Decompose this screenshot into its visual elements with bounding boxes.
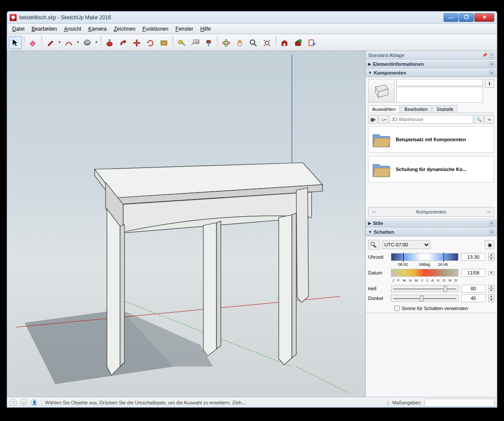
tool-select[interactable] [9,36,22,49]
status-hint: Wählen Sie Objekte aus. Drücken Sie die … [41,400,384,405]
time-up[interactable]: ▲ [488,253,494,257]
tab-stats[interactable]: Statistik [433,105,458,113]
panel-shadows[interactable]: ▼Schatten × [366,228,497,236]
home-button[interactable]: ⌂▾ [379,115,388,124]
tool-eraser[interactable] [26,36,39,49]
tab-edit[interactable]: Bearbeiten [401,105,432,113]
tool-offset[interactable] [157,36,170,49]
component-item[interactable]: Beispielsatz mit Komponenten [368,126,494,153]
status-geo-icon[interactable]: ⊙ [20,399,27,406]
date-dropdown[interactable]: ▼ [488,271,494,275]
date-input[interactable] [461,269,486,277]
menu-window[interactable]: Fenster [172,25,197,33]
panel-entity-info[interactable]: ▶Elementinformationen × [366,60,497,68]
status-help-icon[interactable]: ? [10,399,17,406]
menu-help[interactable]: Hilfe [197,25,214,33]
warehouse-search-input[interactable] [389,115,473,124]
tool-rotate[interactable] [144,36,157,49]
shadows-body: UTC-07:00 ▣ Uhrzeit 06:42 Mittag 16:46 [366,236,497,313]
menu-edit[interactable]: Bearbeiten [28,25,60,33]
view-mode-button[interactable]: ▦▾ [368,115,378,124]
dark-up[interactable]: ▲ [488,294,494,298]
status-user-icon[interactable]: 👤 [31,399,38,406]
app-icon [10,14,17,21]
minimize-button[interactable]: — [444,13,458,22]
light-slider[interactable] [391,285,458,292]
time-down[interactable]: ▼ [488,257,494,261]
tool-paint[interactable] [202,36,215,49]
shadow-toggle-button[interactable] [368,240,380,250]
component-desc-input[interactable] [396,87,483,103]
measure-input[interactable] [424,399,494,407]
component-info-button[interactable]: ℹ [485,79,494,88]
tool-zoom[interactable] [247,36,260,49]
viewport-3d[interactable] [7,51,366,397]
tool-orbit[interactable] [220,36,233,49]
panel-styles[interactable]: ▶Stile × [366,219,497,228]
tool-zoom-extents[interactable] [260,36,273,49]
component-name-input[interactable] [396,79,483,86]
nav-forward[interactable]: ⇨ [483,209,494,215]
light-down[interactable]: ▼ [488,289,494,293]
panel-styles-close[interactable]: × [489,221,494,226]
menu-file[interactable]: Datei [9,25,28,33]
tool-followme[interactable] [117,36,130,49]
sun-shadows-checkbox[interactable] [394,306,400,311]
time-slider[interactable]: 06:42 Mittag 16:46 [391,253,458,261]
dark-slider[interactable] [391,295,458,302]
tool-extensions[interactable] [291,36,305,49]
svg-point-1 [84,40,90,44]
tool-layout-export[interactable] [305,36,318,49]
tray-pin-icon[interactable]: 📌 [482,53,487,57]
timezone-select[interactable]: UTC-07:00 [382,240,430,249]
component-preview [368,79,394,103]
menu-tools[interactable]: Funktionen [139,25,172,33]
tool-tape[interactable] [175,36,188,49]
tool-shapes-dropdown[interactable]: ▼ [94,40,99,44]
tool-arc[interactable] [62,36,75,49]
tool-warehouse[interactable] [278,36,291,49]
panel-components[interactable]: ▼Komponenten × [366,68,497,77]
close-button[interactable]: ✕ [474,13,494,22]
menu-draw[interactable]: Zeichnen [110,25,139,33]
time-input[interactable] [461,253,486,261]
tool-pencil[interactable] [44,36,57,49]
panel-entity-close[interactable]: × [489,61,494,67]
menu-view[interactable]: Ansicht [60,25,85,33]
tool-arc-dropdown[interactable]: ▼ [76,40,80,44]
svg-point-8 [225,39,227,46]
toolbar: ▼ ▼ ▼ A1 [7,34,497,51]
tab-select[interactable]: Auswählen [368,105,400,113]
svg-rect-13 [309,40,313,46]
measure-label: Maßangaben [392,400,421,405]
panel-shadows-close[interactable]: × [489,229,494,235]
tool-line-dropdown[interactable]: ▼ [57,40,62,44]
date-slider[interactable]: JFMAMJJASOND [391,269,458,277]
maximize-button[interactable]: ❐ [459,13,474,22]
component-item[interactable]: Schulung für dynamische Ko... [368,156,494,182]
svg-marker-26 [120,225,124,367]
dark-down[interactable]: ▼ [488,298,494,302]
light-input[interactable] [461,285,486,293]
tool-shapes[interactable] [81,36,94,49]
dark-input[interactable] [461,294,486,302]
light-up[interactable]: ▲ [488,285,494,289]
tray: Standard-Ablage 📌 × ▶Elementinformatione… [366,51,497,397]
tool-pushpull[interactable] [103,36,116,49]
tray-title: Standard-Ablage 📌 × [366,51,497,60]
panel-components-close[interactable]: × [489,70,494,75]
search-go-button[interactable]: ➪ [485,115,494,124]
shadow-detail-button[interactable]: ▣ [485,240,494,249]
svg-marker-36 [373,138,390,147]
app-window: beistelltisch.skp - SketchUp Make 2016 —… [7,11,497,408]
menubar: Datei Bearbeiten Ansicht Kamera Zeichnen… [7,24,497,34]
tool-text[interactable]: A1 [188,36,202,49]
menu-camera[interactable]: Kamera [85,25,110,33]
tray-close-button[interactable]: × [489,53,494,58]
nav-back[interactable]: ⇦ [369,209,379,215]
tool-pan[interactable] [233,36,246,49]
tool-move[interactable] [130,36,143,49]
titlebar: beistelltisch.skp - SketchUp Make 2016 —… [7,11,497,24]
search-button[interactable]: 🔍 [474,115,484,124]
svg-rect-3 [162,42,166,44]
